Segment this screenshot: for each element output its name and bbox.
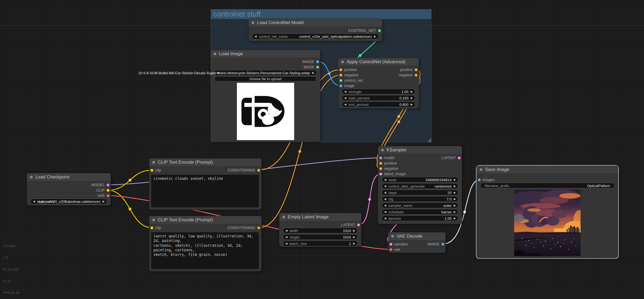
input-slot-latent_image[interactable]: latent_image <box>379 172 406 176</box>
widget-filename_prefix[interactable]: filename_prefixOpticalPattern <box>480 183 615 188</box>
node-titlebar[interactable]: Apply ControlNet (Advanced) <box>338 58 419 66</box>
link-midpoint-dot[interactable] <box>359 54 361 57</box>
node-titlebar[interactable]: Load Image <box>210 50 320 58</box>
link-midpoint-dot[interactable] <box>368 198 371 201</box>
output-slot-negative[interactable]: negative <box>399 73 418 77</box>
slot-dot[interactable] <box>339 79 342 82</box>
slot-dot[interactable] <box>378 29 381 32</box>
collapse-dot-icon[interactable] <box>381 148 384 152</box>
collapse-dot-icon[interactable] <box>152 218 155 222</box>
slot-dot[interactable] <box>379 167 382 170</box>
slot-dot[interactable] <box>107 189 109 192</box>
input-slot-clip[interactable]: clip <box>150 226 161 230</box>
slot-dot[interactable] <box>389 243 392 246</box>
prompt-textarea[interactable]: cinematic clouds sunset, skyline <box>151 175 259 207</box>
decrement-arrow-icon[interactable]: ◀ <box>285 229 287 232</box>
widget-steps[interactable]: ◀▶steps20 <box>382 190 458 195</box>
increment-arrow-icon[interactable]: ▶ <box>411 90 413 93</box>
node-titlebar[interactable]: CLIP Text Encode (Prompt) <box>149 158 262 167</box>
node-load_image[interactable]: Load ImageIMAGEMASK◀▶10-5-6-5CM-Bullet-B… <box>210 50 320 142</box>
slot-dot[interactable] <box>389 248 392 251</box>
link-midpoint-dot[interactable] <box>128 208 131 210</box>
decrement-arrow-icon[interactable]: ◀ <box>384 217 386 220</box>
link-midpoint-dot[interactable] <box>128 179 131 181</box>
slot-dot[interactable] <box>257 169 260 172</box>
node-save_image[interactable]: Save Imageimagesfilename_prefixOpticalPa… <box>476 166 618 258</box>
input-slot-vae[interactable]: vae <box>389 248 400 251</box>
collapse-dot-icon[interactable] <box>213 52 217 55</box>
collapse-dot-icon[interactable] <box>479 168 483 171</box>
input-slot-positive[interactable]: positive <box>339 68 357 72</box>
output-slot-MODEL[interactable]: MODEL <box>91 183 109 187</box>
slot-dot[interactable] <box>257 226 260 229</box>
collapse-dot-icon[interactable] <box>30 175 33 179</box>
input-slot-control_net[interactable]: control_net <box>339 79 363 82</box>
decrement-arrow-icon[interactable]: ◀ <box>344 90 346 93</box>
decrement-arrow-icon[interactable]: ◀ <box>33 200 35 203</box>
output-slot-CONDITIONING[interactable]: CONDITIONING <box>228 168 260 172</box>
widget-denoise[interactable]: ◀▶denoise1.00 <box>382 215 458 221</box>
input-slot-positive[interactable]: positive <box>379 161 397 165</box>
input-slot-negative[interactable]: negative <box>379 167 398 170</box>
input-slot-clip[interactable]: clip <box>150 168 161 172</box>
output-slot-LATENT[interactable]: LATENT <box>341 223 360 227</box>
slot-dot[interactable] <box>107 184 109 186</box>
collapse-dot-icon[interactable] <box>251 21 255 24</box>
slot-dot[interactable] <box>379 173 382 175</box>
node-empty_latent[interactable]: Empty Latent ImageLATENT◀▶width1024◀▶hei… <box>279 213 361 247</box>
node-apply_cn[interactable]: Apply ControlNet (Advanced)positivenegat… <box>338 58 419 109</box>
link-midpoint-dot[interactable] <box>328 72 331 75</box>
slot-dot[interactable] <box>150 226 153 229</box>
increment-arrow-icon[interactable]: ▶ <box>411 103 413 106</box>
node-load_cn[interactable]: Load ControlNet ModelCONTROL_NET◀▶contro… <box>248 19 382 41</box>
increment-arrow-icon[interactable]: ▶ <box>454 217 456 220</box>
widget-seed[interactable]: ◀▶seed3368866184814 <box>382 177 458 182</box>
increment-arrow-icon[interactable]: ▶ <box>312 72 314 74</box>
increment-arrow-icon[interactable]: ▶ <box>353 236 355 238</box>
link-midpoint-dot[interactable] <box>397 120 400 123</box>
increment-arrow-icon[interactable]: ▶ <box>353 242 355 245</box>
node-titlebar[interactable]: Save Image <box>476 166 618 174</box>
node-titlebar[interactable]: CLIP Text Encode (Prompt) <box>149 216 262 224</box>
decrement-arrow-icon[interactable]: ◀ <box>344 97 346 99</box>
collapse-dot-icon[interactable] <box>341 60 344 63</box>
widget-scheduler[interactable]: ◀▶schedulerkarras <box>382 209 458 215</box>
widget-strength[interactable]: ◀▶strength1.00 <box>342 89 415 94</box>
widget-value[interactable]: ◀▶10-5-6-5CM-Bullet-Bill-Car-Sticker-Dec… <box>214 70 317 76</box>
increment-arrow-icon[interactable]: ▶ <box>454 211 456 213</box>
node-titlebar[interactable]: VAE Decode <box>388 232 446 241</box>
increment-arrow-icon[interactable]: ▶ <box>454 191 456 194</box>
node-clip_pos[interactable]: CLIP Text Encode (Prompt)clipCONDITIONIN… <box>149 158 262 210</box>
increment-arrow-icon[interactable]: ▶ <box>411 97 413 99</box>
slot-dot[interactable] <box>441 243 444 246</box>
increment-arrow-icon[interactable]: ▶ <box>454 178 456 181</box>
output-slot-CLIP[interactable]: CLIP <box>96 188 109 192</box>
widget-end_percent[interactable]: ◀▶end_percent0.850 <box>342 102 415 107</box>
input-slot-model[interactable]: model <box>379 156 394 160</box>
slot-dot[interactable] <box>458 156 461 159</box>
slot-dot[interactable] <box>357 223 360 226</box>
slot-dot[interactable] <box>415 74 418 77</box>
decrement-arrow-icon[interactable]: ◀ <box>384 185 386 188</box>
slot-dot[interactable] <box>339 68 342 71</box>
widget-ckpt_name[interactable]: ◀▶ckpt_namerealvisxlV20_v20Bakedvae.safe… <box>31 199 107 204</box>
graph-canvas[interactable]: controlnet stuff Load ControlNet ModelCO… <box>0 0 644 299</box>
link-midpoint-dot[interactable] <box>298 150 301 153</box>
decrement-arrow-icon[interactable]: ◀ <box>344 103 346 106</box>
input-slot-negative[interactable]: negative <box>339 73 358 77</box>
slot-dot[interactable] <box>478 178 481 181</box>
link-midpoint-dot[interactable] <box>463 211 466 213</box>
increment-arrow-icon[interactable]: ▶ <box>353 229 355 232</box>
widget-control_after_generate[interactable]: ◀▶control_after_generaterandomize <box>382 183 458 189</box>
collapse-dot-icon[interactable] <box>152 161 155 164</box>
increment-arrow-icon[interactable]: ▶ <box>454 198 456 200</box>
widget-batch_size[interactable]: ◀▶batch_size1 <box>283 241 358 246</box>
node-vae_decode[interactable]: VAE DecodesamplesvaeIMAGE <box>388 232 446 253</box>
widget-cfg[interactable]: ◀▶cfg7.0 <box>382 196 458 202</box>
slot-dot[interactable] <box>107 194 109 197</box>
slot-dot[interactable] <box>150 169 153 172</box>
node-load_checkpoint[interactable]: Load CheckpointMODELCLIPVAE◀▶ckpt_namere… <box>27 173 111 205</box>
widget-height[interactable]: ◀▶height1024 <box>283 234 358 240</box>
output-slot-LATENT[interactable]: LATENT <box>442 156 461 160</box>
widget-control_net_name[interactable]: ◀▶control_net_namecontrol_v10e_sdxl_opti… <box>252 33 378 39</box>
